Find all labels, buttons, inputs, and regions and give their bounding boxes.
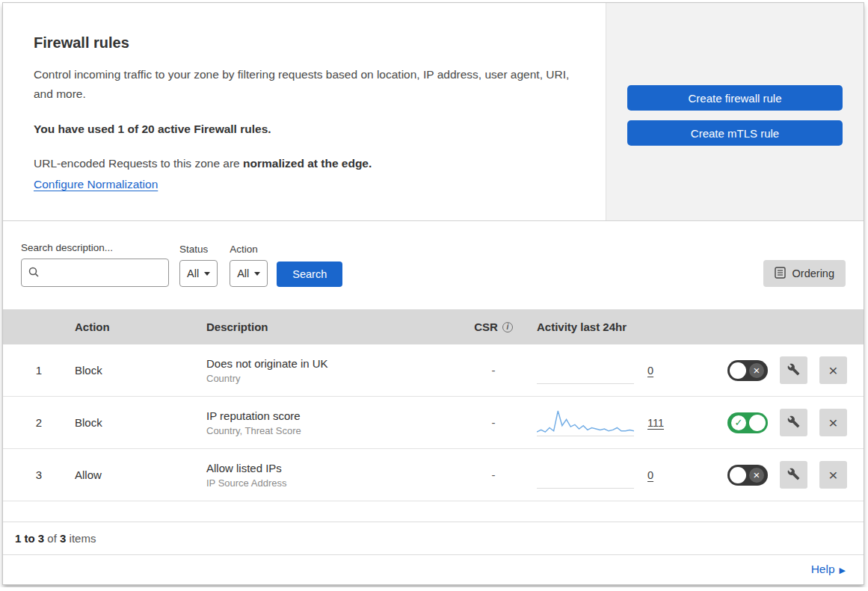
help-link[interactable]: Help▶ [811, 563, 846, 575]
header-action: Action [75, 321, 206, 333]
rule-csr-value: - [492, 364, 496, 377]
status-dropdown[interactable]: All [179, 260, 218, 287]
wrench-icon [787, 415, 800, 430]
delete-rule-button[interactable]: × [819, 356, 847, 384]
rule-action: Block [75, 416, 206, 429]
close-icon: × [828, 362, 837, 378]
rule-csr-value: - [492, 416, 496, 429]
table-row: 3 Allow Allow listed IPs IP Source Addre… [3, 449, 864, 501]
rule-fields: Country, Threat Score [206, 425, 450, 436]
edit-rule-button[interactable] [780, 409, 807, 436]
rule-priority: 1 [36, 364, 42, 377]
ordering-button[interactable]: Ordering [763, 260, 846, 287]
rule-enable-toggle[interactable]: ✓ × [727, 412, 768, 433]
filter-bar: Search description... Status All Action … [3, 221, 864, 309]
list-icon [775, 267, 786, 281]
status-dropdown-value: All [187, 267, 199, 279]
rule-enable-toggle[interactable]: ✓ × [727, 465, 768, 486]
rules-table: Action Description CSR i Activity last 2… [3, 309, 864, 501]
activity-sparkline [537, 462, 634, 489]
status-label: Status [179, 244, 218, 255]
activity-count-link[interactable]: 111 [647, 417, 664, 429]
actions-panel: Create firewall rule Create mTLS rule [606, 3, 864, 220]
close-icon: × [828, 467, 837, 483]
help-footer: Help▶ [3, 554, 864, 584]
usage-summary: You have used 1 of 20 active Firewall ru… [34, 123, 576, 136]
action-dropdown[interactable]: All [230, 260, 268, 287]
rule-description: Does not originate in UK [206, 357, 450, 370]
rule-description: IP reputation score [206, 409, 450, 422]
toggle-knob [730, 467, 746, 483]
rule-fields: IP Source Address [206, 477, 450, 489]
toggle-knob [730, 362, 746, 379]
header-activity: Activity last 24hr [537, 321, 695, 333]
header-description: Description [206, 321, 450, 333]
x-icon: × [749, 468, 764, 483]
action-label: Action [230, 244, 268, 255]
action-filter: Action All [230, 244, 268, 287]
items-range: 1 to 3 [15, 532, 44, 545]
rule-csr-value: - [492, 468, 496, 481]
normalization-note: URL-encoded Requests to this zone are no… [34, 157, 576, 170]
chevron-down-icon [254, 272, 260, 276]
page-header-text: Firewall rules Control incoming traffic … [3, 3, 606, 220]
close-icon: × [828, 415, 837, 430]
ordering-button-label: Ordering [792, 267, 834, 279]
firewall-rules-card: Firewall rules Control incoming traffic … [2, 2, 864, 585]
search-icon [28, 266, 40, 280]
x-icon: × [749, 363, 764, 378]
rule-priority: 2 [36, 416, 42, 429]
normalization-text: URL-encoded Requests to this zone are [34, 157, 243, 170]
table-header-row: Action Description CSR i Activity last 2… [3, 309, 864, 344]
configure-normalization-link[interactable]: Configure Normalization [34, 178, 158, 191]
table-row: 2 Block IP reputation score Country, Thr… [3, 397, 864, 449]
search-input[interactable] [44, 267, 162, 279]
activity-sparkline [537, 409, 634, 436]
table-bottom-spacer [3, 501, 864, 522]
rule-action: Block [75, 364, 206, 377]
rule-enable-toggle[interactable]: ✓ × [727, 360, 768, 381]
rule-priority: 3 [36, 468, 42, 481]
table-row: 1 Block Does not originate in UK Country… [3, 344, 864, 397]
rule-fields: Country [206, 373, 450, 384]
page-header: Firewall rules Control incoming traffic … [3, 3, 864, 221]
page-title: Firewall rules [34, 34, 576, 52]
header-csr: CSR i [474, 321, 513, 333]
activity-count-link[interactable]: 0 [647, 365, 653, 377]
wrench-icon [787, 363, 800, 378]
activity-count-link[interactable]: 0 [647, 469, 653, 481]
search-label: Search description... [21, 242, 169, 253]
create-firewall-rule-button[interactable]: Create firewall rule [627, 85, 843, 111]
page-description: Control incoming traffic to your zone by… [34, 65, 572, 103]
search-filter: Search description... [21, 242, 169, 287]
items-count-footer: 1 to 3 of 3 items [3, 522, 864, 554]
create-mtls-rule-button[interactable]: Create mTLS rule [627, 120, 843, 146]
rule-description: Allow listed IPs [206, 462, 450, 474]
activity-sparkline [537, 357, 634, 384]
toggle-knob [749, 415, 766, 431]
edit-rule-button[interactable] [780, 461, 807, 489]
caret-right-icon: ▶ [840, 566, 846, 575]
status-filter: Status All [179, 244, 218, 287]
action-dropdown-value: All [237, 267, 249, 279]
chevron-down-icon [204, 272, 210, 276]
delete-rule-button[interactable]: × [819, 461, 847, 489]
edit-rule-button[interactable] [780, 356, 807, 384]
normalization-bold-text: normalized at the edge. [243, 157, 372, 170]
rule-action: Allow [75, 468, 206, 481]
search-button[interactable]: Search [277, 262, 342, 287]
info-icon[interactable]: i [502, 322, 513, 332]
search-box[interactable] [21, 259, 169, 287]
check-icon: ✓ [731, 415, 746, 430]
delete-rule-button[interactable]: × [819, 409, 847, 436]
wrench-icon [787, 468, 800, 483]
